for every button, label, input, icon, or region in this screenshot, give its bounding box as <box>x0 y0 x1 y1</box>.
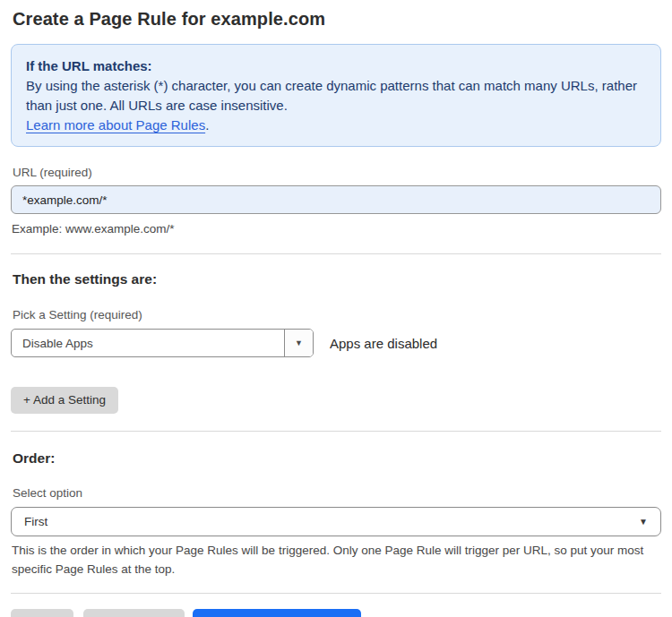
info-box-link-line: Learn more about Page Rules. <box>26 116 646 135</box>
add-setting-button[interactable]: + Add a Setting <box>11 387 118 414</box>
order-helper-text: This is the order in which your Page Rul… <box>12 541 650 578</box>
setting-status-text: Apps are disabled <box>330 336 437 351</box>
url-input[interactable] <box>11 185 661 214</box>
order-select-value: First <box>24 515 47 528</box>
url-example-helper: Example: www.example.com/* <box>12 219 661 238</box>
order-section-heading: Order: <box>13 450 661 467</box>
chevron-down-icon[interactable]: ▼ <box>284 330 313 356</box>
info-box-body: By using the asterisk (*) character, you… <box>26 76 646 116</box>
setting-picker-label: Pick a Setting (required) <box>13 308 661 322</box>
footer-actions: Cancel Save as Draft Save and Deploy Pag… <box>11 609 661 617</box>
section-divider <box>11 253 661 254</box>
url-field-label: URL (required) <box>13 166 661 180</box>
footer-divider <box>11 593 661 594</box>
save-as-draft-button[interactable]: Save as Draft <box>83 609 185 617</box>
learn-more-link[interactable]: Learn more about Page Rules <box>26 117 205 133</box>
setting-select-value: Disable Apps <box>12 330 284 356</box>
section-divider <box>11 431 661 432</box>
setting-row: Disable Apps ▼ Apps are disabled <box>11 329 661 357</box>
order-select-label: Select option <box>13 486 661 501</box>
settings-section-heading: Then the settings are: <box>13 271 661 287</box>
chevron-down-icon: ▼ <box>639 517 648 527</box>
create-page-rule-form: Create a Page Rule for example.com If th… <box>0 0 672 617</box>
info-box-heading: If the URL matches: <box>26 56 646 76</box>
order-select[interactable]: First ▼ <box>11 507 661 536</box>
setting-select[interactable]: Disable Apps ▼ <box>11 329 314 357</box>
cancel-button[interactable]: Cancel <box>11 609 73 617</box>
save-and-deploy-button[interactable]: Save and Deploy Page Rule <box>193 609 361 617</box>
page-title: Create a Page Rule for example.com <box>13 7 661 30</box>
link-suffix: . <box>205 117 209 133</box>
url-match-info-box: If the URL matches: By using the asteris… <box>11 44 661 147</box>
